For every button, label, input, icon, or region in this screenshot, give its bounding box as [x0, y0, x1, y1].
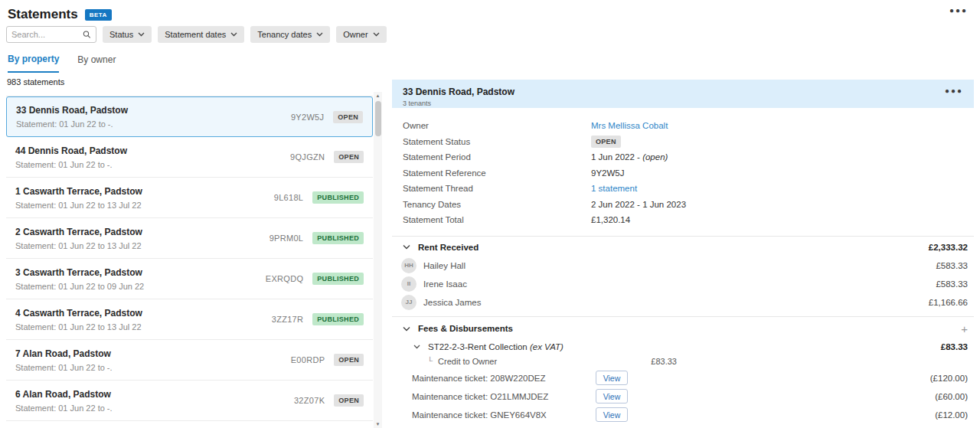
field-value: £1,320.14	[591, 215, 630, 224]
statement-list-item[interactable]: 6 Alan Road, Padstow Statement: 01 Jun 2…	[6, 381, 373, 421]
tab-by-property[interactable]: By property	[8, 54, 59, 73]
scrollbar-thumb[interactable]	[375, 101, 381, 136]
statement-list-item[interactable]: 2 Caswarth Terrace, Padstow Statement: 0…	[6, 218, 373, 259]
detail-fields: Owner Mrs Mellissa Cobalt Statement Stat…	[392, 108, 974, 228]
statement-dates: Statement: 01 Jun 22 to 13 Jul 22	[15, 322, 142, 332]
view-ticket-button[interactable]: View	[596, 371, 628, 385]
statement-dates: Statement: 01 Jun 22 to 09 Jun 22	[15, 282, 144, 291]
property-address: 2 Caswarth Terrace, Padstow	[15, 227, 142, 237]
status-badge: OPEN	[333, 111, 363, 123]
statements-app: Statements BETA ●●● Status Statement dat…	[0, 0, 980, 428]
ticket-amount: (£12.00)	[935, 410, 968, 420]
fee-amount: £83.33	[941, 342, 968, 351]
chevron-down-icon	[373, 32, 380, 37]
status-badge: PUBLISHED	[312, 191, 364, 204]
view-ticket-button[interactable]: View	[596, 407, 628, 422]
tab-by-owner[interactable]: By owner	[77, 54, 116, 73]
field-label: Statement Thread	[403, 184, 591, 193]
add-fee-plus-icon[interactable]: +	[961, 323, 968, 335]
statement-dates: Statement: 01 Jun 22 to 13 Jul 22	[15, 241, 142, 250]
avatar: JJ	[401, 295, 416, 310]
fee-sub-name: Credit to Owner	[438, 357, 497, 366]
detail-header: 33 Dennis Road, Padstow 3 tenants ●●●	[392, 80, 974, 108]
ticket-amount: (£60.00)	[935, 392, 968, 401]
fee-line-item: ST22-2-3-Rent Collection (ex VAT) £83.33	[392, 339, 974, 354]
maintenance-ticket-row: Maintenance ticket: GNEY664V8X View (£12…	[392, 406, 974, 424]
property-address: 1 Caswarth Terrace, Padstow	[15, 186, 142, 197]
tenant-name: Irene Isaac	[423, 279, 936, 289]
statement-dates: Statement: 01 Jun 22 to -.	[15, 403, 113, 413]
fees-section-header: Fees & Disbursements +	[392, 317, 974, 339]
fee-name: ST22-2-3-Rent Collection (ex VAT)	[428, 342, 941, 351]
fee-sub-item: └ Credit to Owner £83.33	[392, 354, 974, 369]
status-badge: PUBLISHED	[312, 232, 364, 244]
scroll-down-icon[interactable]: ▼	[374, 420, 382, 428]
statement-reference: 9Y2W5J	[291, 113, 324, 122]
collapse-chevron-icon[interactable]	[401, 243, 412, 251]
section-title: Rent Received	[418, 243, 929, 252]
field-row-statement-thread: Statement Thread 1 statement	[403, 181, 963, 197]
avatar: HH	[401, 258, 416, 273]
statement-item-info: 3 Caswarth Terrace, Padstow Statement: 0…	[15, 267, 144, 291]
list-scrollbar[interactable]: ▲ ▼	[374, 92, 382, 428]
scroll-up-icon[interactable]: ▲	[374, 92, 382, 100]
statement-list-item[interactable]: 3 Caswarth Terrace, Padstow Statement: 0…	[6, 259, 373, 299]
maintenance-ticket-row: Maintenance ticket: 208W220DEZ View (£12…	[392, 369, 974, 387]
statement-item-meta: 32Z07K OPEN	[294, 394, 364, 407]
field-label: Statement Period	[403, 152, 591, 162]
maintenance-ticket-row: Maintenance ticket: O21LMMJDEZ View (£60…	[392, 387, 974, 406]
statement-thread-link[interactable]: 1 statement	[591, 184, 637, 193]
statement-item-info: 44 Dennis Road, Padstow Statement: 01 Ju…	[15, 145, 127, 169]
statements-count: 983 statements	[7, 77, 64, 87]
statement-dates: Statement: 01 Jun 22 to -.	[15, 363, 113, 372]
page-menu-ellipsis-icon[interactable]: ●●●	[949, 6, 968, 15]
statement-item-meta: 3ZZ17R PUBLISHED	[272, 313, 364, 325]
statement-reference: 3ZZ17R	[272, 315, 304, 324]
statement-item-meta: 9QJGZN OPEN	[290, 151, 364, 163]
statement-list-item[interactable]: 33 Dennis Road, Padstow Statement: 01 Ju…	[6, 96, 373, 137]
avatar: II	[401, 276, 416, 292]
detail-menu-ellipsis-icon[interactable]: ●●●	[945, 87, 963, 95]
statement-list-item[interactable]: 44 Dennis Road, Padstow Statement: 01 Ju…	[6, 137, 373, 178]
field-label: Statement Reference	[403, 168, 591, 178]
statement-list-item[interactable]: 1 Caswarth Terrace, Padstow Statement: 0…	[6, 178, 373, 218]
owner-filter-button[interactable]: Owner	[336, 26, 386, 43]
field-value: 2 Jun 2022 - 1 Jun 2023	[591, 200, 686, 209]
statement-reference: EXRQDQ	[266, 274, 303, 283]
statement-reference: 9PRM0L	[270, 234, 304, 243]
statement-item-meta: 9Y2W5J OPEN	[291, 111, 363, 123]
view-ticket-button[interactable]: View	[596, 389, 628, 403]
chevron-down-icon	[316, 32, 323, 37]
property-address: 44 Dennis Road, Padstow	[15, 145, 127, 156]
fee-sub-amount: £83.33	[651, 357, 677, 366]
tenant-amount: £583.33	[936, 279, 968, 289]
ticket-amount: (£120.00)	[930, 374, 968, 383]
field-label: Statement Status	[403, 137, 591, 146]
statement-item-info: 7 Alan Road, Padstow Statement: 01 Jun 2…	[15, 348, 113, 372]
statement-reference: 32Z07K	[294, 396, 325, 405]
status-badge: PUBLISHED	[312, 313, 364, 325]
status-filter-label: Status	[109, 30, 133, 39]
statement-item-info: 2 Caswarth Terrace, Padstow Statement: 0…	[15, 227, 142, 250]
corner-arrow-icon: └	[427, 358, 433, 365]
tenancy-dates-filter-button[interactable]: Tenancy dates	[250, 26, 330, 43]
chevron-down-icon	[230, 32, 237, 37]
statement-dates-filter-button[interactable]: Statement dates	[158, 26, 244, 43]
statement-list-item[interactable]: 4 Caswarth Terrace, Padstow Statement: 0…	[6, 299, 373, 340]
statement-list-item[interactable]: 7 Alan Road, Padstow Statement: 01 Jun 2…	[6, 340, 373, 381]
search-input[interactable]	[11, 30, 83, 39]
owner-link[interactable]: Mrs Mellissa Cobalt	[591, 121, 668, 130]
statement-item-meta: EXRQDQ PUBLISHED	[266, 273, 364, 285]
rent-received-section-header: Rent Received £2,333.32	[392, 237, 974, 256]
collapse-chevron-icon[interactable]	[401, 325, 412, 333]
statement-reference: 9L618L	[274, 193, 304, 202]
search-box[interactable]	[6, 26, 96, 43]
ticket-name: Maintenance ticket: GNEY664V8X	[412, 410, 596, 420]
statement-item-info: 33 Dennis Road, Padstow Statement: 01 Ju…	[16, 105, 128, 129]
statement-item-meta: 9PRM0L PUBLISHED	[270, 232, 364, 244]
page-title: Statements	[8, 7, 78, 22]
collapse-chevron-icon[interactable]	[412, 343, 422, 351]
page-header: Statements BETA	[8, 7, 112, 22]
owner-filter-label: Owner	[343, 30, 368, 39]
status-filter-button[interactable]: Status	[103, 26, 152, 43]
